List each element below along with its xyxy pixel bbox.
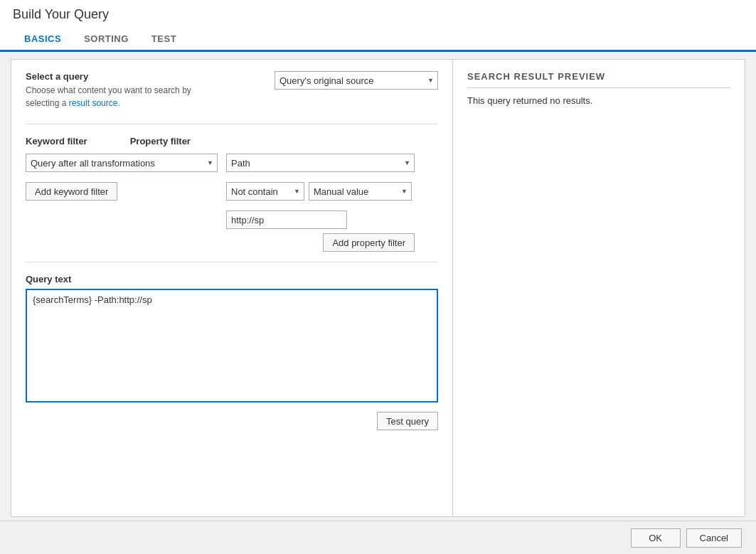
bottom-bar: OK Cancel [0,521,756,554]
add-property-filter-button[interactable]: Add property filter [323,233,415,252]
keyword-filter-label: Keyword filter [26,136,87,147]
test-query-row: Test query [26,412,438,430]
divider-1 [26,124,438,124]
not-contain-wrapper: Contains Not contain Equals Not equals [226,182,304,201]
manual-value-input[interactable] [226,211,347,229]
property-filter-col: Path Title Author ContentType [226,154,415,172]
property-filter-wrapper: Path Title Author ContentType [226,154,415,172]
tab-basics[interactable]: BASICS [13,28,73,52]
property-filter-label: Property filter [130,136,191,147]
filter-row-1: Query after all transformations Query en… [26,154,438,172]
main-content: Select a query Choose what content you w… [11,59,745,517]
left-panel: Select a query Choose what content you w… [11,60,453,516]
no-results-text: This query returned no results. [467,95,730,106]
query-text-area[interactable]: {searchTerms} -Path:http://sp [26,289,438,403]
right-panel: SEARCH RESULT PREVIEW This query returne… [453,60,745,516]
select-query-dropdown[interactable]: Query's original source Local SharePoint… [275,71,438,90]
add-keyword-filter-button[interactable]: Add keyword filter [26,182,117,201]
tab-sorting[interactable]: SORTING [73,28,140,52]
search-result-preview-title: SEARCH RESULT PREVIEW [467,71,730,88]
select-query-row: Select a query Choose what content you w… [26,71,438,110]
select-query-label-col: Select a query Choose what content you w… [26,71,275,110]
tabs: BASICS SORTING TEST [13,28,743,50]
tab-test[interactable]: TEST [140,28,188,52]
test-query-button[interactable]: Test query [377,412,438,430]
select-query-control: Query's original source Local SharePoint… [275,71,438,90]
select-query-sub1: Choose what content you want to search b… [26,85,191,95]
keyword-filter-dropdown[interactable]: Query after all transformations Query en… [26,154,218,172]
select-query-sub3: . [117,98,119,108]
not-contain-dropdown[interactable]: Contains Not contain Equals Not equals [226,182,304,201]
title-bar: Build Your Query BASICS SORTING TEST [0,0,756,52]
select-query-label: Select a query [26,71,275,82]
query-text-label: Query text [26,274,438,284]
filters-header: Keyword filter Property filter [26,136,438,149]
manual-value-dropdown[interactable]: Manual value Query variable Managed prop… [309,182,412,201]
add-keyword-col: Add keyword filter [26,182,218,201]
result-source-link[interactable]: result source [69,98,118,108]
manual-value-wrapper: Manual value Query variable Managed prop… [309,182,412,201]
select-query-sub: Choose what content you want to search b… [26,84,275,110]
select-query-wrapper: Query's original source Local SharePoint… [275,71,438,90]
filter-row-3: Add property filter [26,211,438,252]
add-property-btn-row: Add property filter [226,233,415,252]
keyword-filter-wrapper: Query after all transformations Query en… [26,154,218,172]
query-text-section: Query text {searchTerms} -Path:http://sp [26,274,438,405]
select-query-sub2: selecting a [26,98,69,108]
property-filter-value-col: Add property filter [226,211,415,252]
property-filter-dropdown[interactable]: Path Title Author ContentType [226,154,415,172]
cancel-button[interactable]: Cancel [686,528,742,548]
property-filter-condition-col: Contains Not contain Equals Not equals M… [226,182,412,201]
ok-button[interactable]: OK [631,528,681,548]
page-title: Build Your Query [13,7,743,28]
keyword-filter-col: Query after all transformations Query en… [26,154,218,172]
filters-section: Keyword filter Property filter Query aft… [26,136,438,252]
divider-2 [26,262,438,262]
filter-row-2: Add keyword filter Contains Not contain … [26,182,438,201]
